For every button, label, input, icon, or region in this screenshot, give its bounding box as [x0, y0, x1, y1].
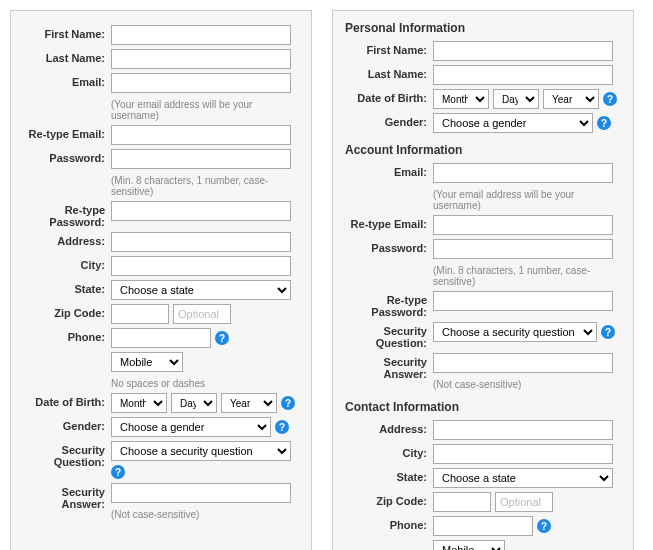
first-name-input[interactable]	[111, 25, 291, 45]
dob-label: Date of Birth:	[343, 89, 433, 104]
state-label: State:	[343, 468, 433, 483]
security-question-label: Security Question:	[343, 322, 433, 349]
zip-label: Zip Code:	[343, 492, 433, 507]
phone-type-select[interactable]: Mobile	[433, 540, 505, 550]
help-icon[interactable]: ?	[601, 325, 615, 339]
form-panel-flat: First Name: Last Name: Email: (Your emai…	[10, 10, 312, 550]
security-answer-hint: (Not case-sensitive)	[433, 379, 623, 390]
dob-year-select[interactable]: Year	[543, 89, 599, 109]
dob-month-select[interactable]: Month	[111, 393, 167, 413]
dob-label: Date of Birth:	[21, 393, 111, 408]
retype-password-label: Re-type Password:	[21, 201, 111, 228]
city-label: City:	[343, 444, 433, 459]
gender-label: Gender:	[21, 417, 111, 432]
password-label: Password:	[21, 149, 111, 164]
city-input[interactable]	[433, 444, 613, 464]
email-label: Email:	[21, 73, 111, 88]
email-label: Email:	[343, 163, 433, 178]
retype-email-label: Re-type Email:	[21, 125, 111, 140]
zip-label: Zip Code:	[21, 304, 111, 319]
password-hint: (Min. 8 characters, 1 number, case-sensi…	[433, 265, 623, 287]
dob-day-select[interactable]: Day	[171, 393, 217, 413]
address-label: Address:	[21, 232, 111, 247]
dob-year-select[interactable]: Year	[221, 393, 277, 413]
help-icon[interactable]: ?	[537, 519, 551, 533]
first-name-input[interactable]	[433, 41, 613, 61]
section-contact: Contact Information	[345, 400, 623, 414]
first-name-label: First Name:	[21, 25, 111, 40]
retype-password-label: Re-type Password:	[343, 291, 433, 318]
retype-password-input[interactable]	[111, 201, 291, 221]
security-answer-label: Security Answer:	[343, 353, 433, 380]
gender-select[interactable]: Choose a gender	[433, 113, 593, 133]
retype-password-input[interactable]	[433, 291, 613, 311]
phone-label: Phone:	[21, 328, 111, 343]
help-icon[interactable]: ?	[215, 331, 229, 345]
security-question-select[interactable]: Choose a security question	[111, 441, 291, 461]
password-label: Password:	[343, 239, 433, 254]
state-select[interactable]: Choose a state	[433, 468, 613, 488]
email-hint: (Your email address will be your usernam…	[433, 189, 623, 211]
retype-email-input[interactable]	[433, 215, 613, 235]
retype-email-input[interactable]	[111, 125, 291, 145]
zip-input[interactable]	[433, 492, 491, 512]
help-icon[interactable]: ?	[281, 396, 295, 410]
last-name-input[interactable]	[111, 49, 291, 69]
zip-input[interactable]	[111, 304, 169, 324]
section-personal: Personal Information	[345, 21, 623, 35]
security-answer-input[interactable]	[111, 483, 291, 503]
gender-label: Gender:	[343, 113, 433, 128]
address-input[interactable]	[433, 420, 613, 440]
zip-optional-input[interactable]	[495, 492, 553, 512]
help-icon[interactable]: ?	[603, 92, 617, 106]
security-question-select[interactable]: Choose a security question	[433, 322, 597, 342]
phone-type-select[interactable]: Mobile	[111, 352, 183, 372]
last-name-input[interactable]	[433, 65, 613, 85]
email-input[interactable]	[111, 73, 291, 93]
password-input[interactable]	[433, 239, 613, 259]
password-input[interactable]	[111, 149, 291, 169]
security-answer-hint: (Not case-sensitive)	[111, 509, 301, 520]
dob-day-select[interactable]: Day	[493, 89, 539, 109]
password-hint: (Min. 8 characters, 1 number, case-sensi…	[111, 175, 301, 197]
last-name-label: Last Name:	[343, 65, 433, 80]
phone-input[interactable]	[111, 328, 211, 348]
section-account: Account Information	[345, 143, 623, 157]
security-question-label: Security Question:	[21, 441, 111, 468]
zip-optional-input[interactable]	[173, 304, 231, 324]
city-label: City:	[21, 256, 111, 271]
form-panel-grouped: Personal Information First Name: Last Na…	[332, 10, 634, 550]
retype-email-label: Re-type Email:	[343, 215, 433, 230]
address-input[interactable]	[111, 232, 291, 252]
security-answer-label: Security Answer:	[21, 483, 111, 510]
address-label: Address:	[343, 420, 433, 435]
help-icon[interactable]: ?	[275, 420, 289, 434]
city-input[interactable]	[111, 256, 291, 276]
last-name-label: Last Name:	[21, 49, 111, 64]
state-select[interactable]: Choose a state	[111, 280, 291, 300]
email-input[interactable]	[433, 163, 613, 183]
help-icon[interactable]: ?	[111, 465, 125, 479]
security-answer-input[interactable]	[433, 353, 613, 373]
email-hint: (Your email address will be your usernam…	[111, 99, 301, 121]
phone-hint: No spaces or dashes	[111, 378, 301, 389]
help-icon[interactable]: ?	[597, 116, 611, 130]
dob-month-select[interactable]: Month	[433, 89, 489, 109]
first-name-label: First Name:	[343, 41, 433, 56]
gender-select[interactable]: Choose a gender	[111, 417, 271, 437]
phone-input[interactable]	[433, 516, 533, 536]
phone-label: Phone:	[343, 516, 433, 531]
state-label: State:	[21, 280, 111, 295]
